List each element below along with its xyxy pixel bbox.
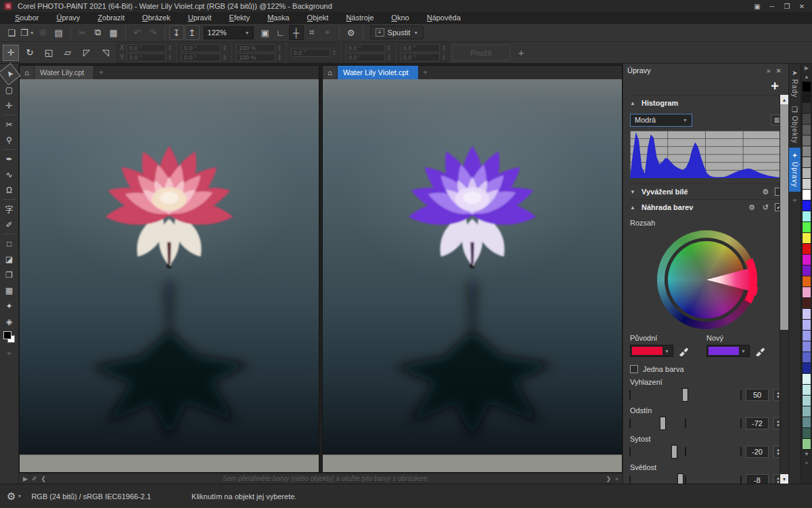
open-icon[interactable]: ❐▼ [20, 25, 35, 40]
docker-collapse-icon[interactable]: » [764, 67, 773, 75]
docker-tab-rady[interactable]: ➤Rady [789, 65, 801, 102]
palette-color-swatch[interactable] [802, 190, 811, 200]
palette-color-swatch[interactable] [802, 439, 811, 450]
home-icon[interactable]: ⌂ [323, 66, 338, 79]
lightness-slider[interactable] [630, 473, 741, 484]
print-icon[interactable]: ▤ [51, 25, 66, 40]
home-icon[interactable]: ⌂ [20, 66, 35, 79]
scroll-down-icon[interactable]: ▼ [780, 474, 788, 484]
foreground-color-swatch[interactable] [3, 331, 12, 339]
slider-handle[interactable] [660, 417, 666, 430]
eyedropper-icon[interactable] [754, 345, 765, 356]
launch-button[interactable]: ≡Spustit▼ [370, 26, 424, 39]
palette-color-swatch[interactable] [802, 135, 811, 146]
rectangle-tool[interactable]: □ [1, 236, 18, 251]
histogram-section-header[interactable]: ▲ Histogram [630, 95, 783, 110]
scroll-up-icon[interactable]: ▲ [780, 95, 788, 104]
menu-item-upravy[interactable]: Úpravy [48, 13, 88, 22]
new-tab-icon[interactable]: + [94, 66, 108, 79]
menu-item-soubor[interactable]: Soubor [7, 13, 47, 22]
add-adjustment-button[interactable]: + [771, 80, 779, 92]
palette-color-swatch[interactable] [802, 179, 811, 190]
white-balance-section-header[interactable]: ▼ Vyvážení bílé ⚙ [630, 184, 783, 199]
full-screen-preview-icon[interactable]: ▣ [258, 25, 273, 40]
palette-color-swatch[interactable] [802, 114, 811, 125]
palette-color-swatch[interactable] [802, 255, 811, 266]
palette-options-icon[interactable]: ▶ [805, 64, 809, 72]
palette-color-swatch[interactable] [802, 428, 811, 439]
color-range-wheel[interactable] [657, 230, 756, 329]
palette-color-swatch[interactable] [802, 341, 811, 352]
export-icon[interactable]: ↥ [185, 25, 200, 40]
account-icon[interactable]: ▣ [750, 1, 765, 12]
menu-item-obrazek[interactable]: Obrázek [134, 13, 179, 22]
menu-item-maska[interactable]: Maska [259, 13, 297, 22]
color-replace-section-header[interactable]: ▲ Náhrada barev ⚙ ↺ ✓ [630, 199, 783, 215]
menu-item-efekty[interactable]: Efekty [221, 13, 258, 22]
new-color-picker[interactable]: ▼ [706, 345, 750, 357]
gear-icon[interactable]: ⚙ [761, 188, 770, 196]
palette-color-swatch[interactable] [802, 298, 811, 309]
palette-color-swatch[interactable] [802, 406, 811, 417]
palette-color-swatch[interactable] [802, 320, 811, 331]
transparency-grid-tool[interactable]: ▦ [1, 282, 18, 298]
lightness-value[interactable]: -8 [746, 474, 769, 484]
palette-color-swatch[interactable] [802, 363, 811, 374]
menu-item-upravit[interactable]: Upravit [180, 13, 220, 22]
grid-icon[interactable]: ┼ [289, 25, 304, 40]
eyedropper-tool[interactable]: ✦ [1, 298, 18, 314]
import-icon[interactable]: ↧ [169, 25, 184, 40]
docker-close-icon[interactable]: ✕ [773, 67, 784, 75]
tray-scroll-right-icon[interactable]: ❯ [606, 475, 611, 482]
palette-color-swatch[interactable] [802, 244, 811, 255]
palette-color-swatch[interactable] [802, 417, 811, 428]
single-color-checkbox[interactable] [630, 365, 638, 373]
docker-tab-upravy[interactable]: ✦Úpravy [789, 148, 801, 192]
paint-tool[interactable]: ✐ [1, 217, 18, 232]
slider-handle[interactable] [677, 473, 683, 484]
restore-button[interactable]: ❐ [780, 1, 794, 12]
palette-scroll-up-icon[interactable]: ▲ [804, 72, 809, 81]
slider-handle[interactable] [671, 445, 677, 459]
add-docker-icon[interactable]: + [792, 196, 797, 205]
original-color-picker[interactable]: ▼ [630, 345, 673, 357]
expand-arrow-icon[interactable]: ▼ [630, 189, 637, 195]
tray-overflow-icon[interactable]: » [615, 475, 618, 482]
hue-value[interactable]: -72 [746, 417, 769, 429]
palette-color-swatch[interactable] [802, 125, 811, 135]
zoom-tool[interactable]: ⚲ [1, 132, 18, 148]
palette-color-swatch[interactable] [802, 287, 811, 298]
touch-up-tool[interactable]: Ω [1, 182, 18, 198]
menu-item-zobrazit[interactable]: Zobrazit [89, 13, 133, 22]
fill-tool[interactable]: ◈ [1, 314, 18, 329]
minimize-button[interactable]: ─ [765, 1, 780, 12]
object-transparency-tool[interactable]: ❐ [1, 267, 18, 282]
eraser-tool[interactable]: ◪ [1, 251, 18, 267]
palette-color-swatch[interactable] [802, 352, 811, 363]
foreground-background-colors[interactable] [3, 331, 15, 343]
palette-color-swatch[interactable] [802, 200, 811, 211]
zoom-level-combo[interactable]: 122%▼ [204, 26, 254, 39]
palette-color-swatch[interactable] [802, 374, 811, 385]
toolbox-customize-icon[interactable]: + [7, 348, 12, 358]
hue-slider[interactable] [630, 417, 741, 430]
saturation-slider[interactable] [630, 445, 741, 459]
distort-tool-icon[interactable]: ◸ [78, 45, 95, 61]
smoothing-value[interactable]: 50 [746, 389, 769, 401]
palette-color-swatch[interactable] [802, 233, 811, 244]
mask-transform-tool[interactable]: ✛ [1, 98, 18, 113]
scale-tool-icon[interactable]: ◱ [41, 45, 57, 61]
menu-item-napoveda[interactable]: Nápověda [419, 13, 469, 22]
scrollbar-thumb[interactable] [780, 104, 788, 330]
rulers-icon[interactable]: ∟ [273, 25, 288, 40]
palette-color-swatch[interactable] [802, 211, 811, 222]
perspective-tool-icon[interactable]: ◹ [97, 45, 114, 61]
tray-scroll-left-icon[interactable]: ❮ [41, 475, 46, 482]
tray-expand-icon[interactable]: ▶ [23, 475, 28, 482]
palette-color-swatch[interactable] [802, 309, 811, 320]
palette-color-swatch[interactable] [802, 331, 811, 341]
docker-tab-objekty[interactable]: ❏Objekty [789, 102, 801, 148]
palette-color-swatch[interactable] [802, 146, 811, 157]
menu-item-okno[interactable]: Okno [383, 13, 417, 22]
rotate-tool-icon[interactable]: ↻ [22, 45, 38, 61]
